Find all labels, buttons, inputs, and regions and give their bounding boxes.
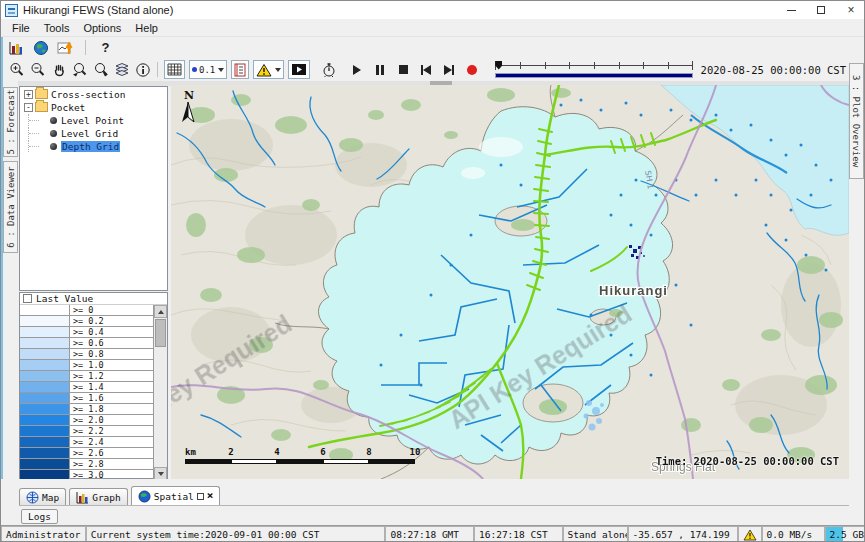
threshold-warning-dropdown[interactable] (253, 60, 284, 79)
float-tab-icon[interactable] (197, 493, 204, 500)
color-swatch (20, 415, 70, 425)
sidebar-tab-plot-overview[interactable]: 3 : Plot Overview (849, 63, 864, 179)
stopwatch-icon (321, 62, 337, 78)
legend-row: >= 1.2 (20, 371, 153, 382)
legend-row: >= 0.4 (20, 327, 153, 338)
collapse-icon[interactable]: - (24, 103, 33, 112)
layers-icon[interactable] (112, 60, 131, 79)
expand-icon[interactable]: + (24, 90, 33, 99)
legend-row: >= 1.6 (20, 393, 153, 404)
info-icon[interactable] (133, 60, 152, 79)
chevron-down-icon (218, 68, 224, 72)
legend-row: >= 2.0 (20, 415, 153, 426)
toolbar-separator (157, 62, 158, 77)
status-system-time: Current system time:2020-09-01 00:00 CST (86, 526, 386, 542)
maximize-button[interactable] (806, 1, 836, 19)
timeline-thumb[interactable] (495, 61, 502, 70)
movie-icon (291, 63, 307, 76)
help-icon: ? (102, 40, 110, 55)
color-swatch (20, 404, 70, 414)
color-swatch (20, 360, 70, 370)
database-explorer-icon[interactable] (7, 39, 24, 56)
menu-tools[interactable]: Tools (37, 22, 77, 34)
interval-value: 0.1 (199, 65, 215, 75)
interval-dropdown[interactable]: 0.1 (189, 60, 227, 79)
legend-class-list: >= 0 >= 0.2 >= 0.4 >= 0.6 >= 0.8 >= 1.0 … (20, 305, 154, 480)
legend-panel: Last Value >= 0 >= 0.2 >= 0.4 >= 0.6 >= … (19, 292, 168, 479)
tree-item-pocket[interactable]: - Pocket (20, 101, 167, 113)
color-swatch (20, 393, 70, 403)
map-globe-icon[interactable] (32, 39, 49, 56)
stop-button[interactable] (396, 63, 410, 77)
scrollbar-thumb[interactable] (155, 319, 166, 347)
status-memory: 2.5 GB (825, 526, 865, 542)
app-icon (5, 4, 18, 17)
status-gmt-time: 08:27:18 GMT (385, 526, 474, 542)
color-swatch (20, 437, 70, 447)
legend-row: >= 1.0 (20, 360, 153, 371)
scroll-up-icon[interactable] (154, 305, 167, 318)
logs-tab[interactable]: Logs (21, 509, 58, 524)
movie-export-button[interactable] (288, 60, 310, 79)
tab-map[interactable]: Map (19, 488, 66, 505)
close-tab-icon[interactable]: × (207, 492, 214, 500)
help-button[interactable]: ? (97, 39, 114, 56)
grid-display-button[interactable] (164, 60, 185, 79)
tab-graph[interactable]: Graph (69, 488, 128, 505)
animation-settings-button[interactable] (319, 60, 338, 79)
spatial-map-canvas[interactable]: SH 1 API Key Required API Key Required H… (171, 85, 849, 479)
tree-item-cross-section[interactable]: + Cross-section (20, 88, 167, 100)
step-back-button[interactable] (419, 63, 433, 77)
legend-row: >= 2.4 (20, 437, 153, 448)
zoom-out-button[interactable] (28, 60, 47, 79)
tab-spatial[interactable]: Spatial × (131, 486, 221, 505)
legend-row: >= 0.6 (20, 338, 153, 349)
filter-panel: + Cross-section - Pocket Level Point Lev… (18, 86, 169, 479)
color-swatch (20, 349, 70, 359)
legend-row: >= 2.2 (20, 426, 153, 437)
filters-tree[interactable]: + Cross-section - Pocket Level Point Lev… (19, 86, 168, 291)
minimize-button[interactable] (776, 1, 806, 19)
title-bar: Hikurangi FEWS (Stand alone) × (1, 1, 865, 19)
timeseries-display-icon[interactable] (57, 39, 74, 56)
last-value-checkbox[interactable] (23, 294, 32, 303)
status-bar: Administrator Current system time:2020-0… (1, 525, 865, 542)
menu-file[interactable]: File (5, 22, 37, 34)
previous-zoom-button[interactable] (70, 60, 89, 79)
legend-row: >= 1.8 (20, 404, 153, 415)
legend-row: >= 0.2 (20, 316, 153, 327)
town-label: Hikurangi (599, 283, 668, 298)
window-title: Hikurangi FEWS (Stand alone) (23, 4, 173, 16)
play-button[interactable] (350, 63, 364, 77)
status-coordinates: -35.657 , 174.199 (628, 526, 738, 542)
menu-bar: File Tools Options Help (1, 19, 865, 37)
legend-button[interactable] (231, 60, 249, 79)
play-icon (353, 65, 361, 75)
stop-icon (399, 65, 408, 74)
next-zoom-button[interactable] (91, 60, 110, 79)
pause-button[interactable] (373, 63, 387, 77)
status-warning[interactable] (738, 526, 762, 542)
legend-icon (234, 63, 246, 77)
zoom-in-button[interactable] (7, 60, 26, 79)
legend-scrollbar[interactable] (154, 305, 167, 480)
map-toolbar: 0.1 2020-08-25 00:00:00 CST (1, 58, 865, 81)
tree-item-depth-grid[interactable]: Depth Grid (20, 140, 167, 152)
bottom-tab-area: Map Graph Spatial × Logs (1, 479, 865, 525)
tree-item-level-grid[interactable]: Level Grid (20, 127, 167, 139)
map-time-overlay: Time: 2020-08-25 00:00:00 CST (656, 455, 839, 467)
menu-options[interactable]: Options (76, 22, 128, 34)
pan-hand-icon[interactable] (49, 60, 68, 79)
legend-row: >= 1.4 (20, 382, 153, 393)
step-forward-button[interactable] (442, 63, 456, 77)
timeline-slider[interactable] (495, 61, 692, 79)
warning-icon (743, 529, 757, 541)
sidebar-tab-data-viewer[interactable]: 6 : Data Viewer (3, 161, 18, 253)
sidebar-tab-forecast[interactable]: 5 : Forecast (3, 87, 18, 157)
menu-help[interactable]: Help (128, 22, 165, 34)
tree-item-level-point[interactable]: Level Point (20, 114, 167, 126)
map-svg: SH 1 API Key Required API Key Required H… (171, 85, 849, 479)
color-swatch (20, 305, 70, 315)
close-button[interactable]: × (836, 1, 865, 19)
record-button[interactable] (465, 63, 479, 77)
